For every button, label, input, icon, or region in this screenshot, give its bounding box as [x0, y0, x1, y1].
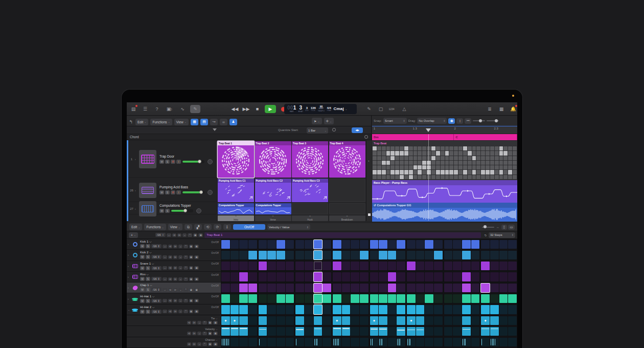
row-up-icon[interactable]: ⌃: [183, 299, 188, 302]
step-cell[interactable]: [351, 240, 359, 249]
step-cell[interactable]: [295, 272, 304, 281]
scene-trigger-intro[interactable]: ⌃Intro: [218, 215, 254, 221]
step-cell[interactable]: [323, 305, 331, 314]
forward-button[interactable]: ▶▶: [242, 105, 250, 113]
row-disclosure-icon[interactable]: ›: [128, 253, 131, 256]
row-step-b-icon[interactable]: ▣: [194, 266, 199, 270]
drag-select[interactable]: No Overlap⇕: [417, 118, 447, 124]
pan-knob[interactable]: [208, 159, 213, 164]
row-rate-select[interactable]: /16 ⇕: [151, 310, 162, 314]
step-cell[interactable]: [508, 305, 517, 314]
arrange-chord-strip[interactable]: DmC: [372, 134, 517, 140]
steps-count-select[interactable]: 32 Steps⇕: [489, 232, 515, 238]
step-cell[interactable]: [221, 251, 230, 259]
step-cell[interactable]: [508, 294, 517, 303]
step-cell[interactable]: [267, 272, 276, 281]
stop-button[interactable]: ■: [254, 105, 261, 113]
step-cell[interactable]: [314, 284, 323, 292]
solo-button[interactable]: S: [165, 160, 170, 164]
row-step-a-icon[interactable]: ▣: [189, 255, 194, 259]
step-cell[interactable]: [277, 240, 285, 249]
row-step-a-icon[interactable]: ▣: [189, 266, 194, 270]
grid-divider-column[interactable]: ◔: [366, 140, 372, 221]
step-cell[interactable]: [462, 262, 471, 270]
pan-knob[interactable]: [196, 208, 201, 213]
step-cell[interactable]: [416, 338, 425, 346]
step-cell[interactable]: [379, 262, 387, 270]
step-cell[interactable]: [462, 284, 471, 292]
row-solo-button[interactable]: S: [146, 288, 150, 292]
step-cell[interactable]: [231, 294, 239, 303]
row-rotate-right-icon[interactable]: ⊳: [173, 245, 177, 248]
catch-playhead-button[interactable]: ◉: [448, 118, 455, 124]
step-cell[interactable]: [248, 284, 257, 292]
subrow-step-b-icon[interactable]: ▣: [213, 342, 218, 346]
step-cell[interactable]: [397, 338, 405, 346]
row-rotate-left-icon[interactable]: ⊲: [168, 277, 172, 281]
list-edit-icon[interactable]: ≣: [486, 105, 494, 113]
volume-slider[interactable]: [182, 191, 204, 194]
step-cell[interactable]: [342, 316, 351, 325]
step-cell[interactable]: [360, 284, 369, 292]
step-cell[interactable]: [342, 272, 351, 281]
step-cell[interactable]: [481, 240, 490, 249]
step-cell[interactable]: [453, 251, 462, 259]
row-disclosure-icon[interactable]: ›: [128, 265, 131, 268]
step-cell[interactable]: [508, 272, 517, 281]
subrow-step-a-icon[interactable]: ▣: [208, 321, 213, 324]
input-monitor-button[interactable]: I: [176, 160, 181, 164]
step-cell[interactable]: [397, 262, 405, 270]
step-cell[interactable]: [314, 262, 323, 270]
step-cell[interactable]: [323, 262, 331, 270]
row-rate-select[interactable]: /16 ⇕: [151, 244, 162, 248]
step-cell[interactable]: [434, 305, 443, 314]
row-disclosure-icon[interactable]: ›: [128, 286, 131, 289]
row-direction-icon[interactable]: →: [163, 255, 167, 259]
step-cell[interactable]: [267, 338, 276, 346]
step-cell[interactable]: [407, 327, 416, 336]
loop-cell-bass-1[interactable]: Pumping Acid Bass C1: [218, 179, 254, 202]
step-cell[interactable]: [379, 251, 387, 259]
record-enable-button[interactable]: R: [171, 160, 175, 164]
row-step-b-icon[interactable]: ▣: [194, 245, 199, 248]
step-cell[interactable]: [267, 262, 276, 270]
step-cell[interactable]: [314, 272, 323, 281]
step-cell[interactable]: [444, 240, 453, 249]
row-header-kick-1[interactable]: ›Kick 1 ⌵On/OffMS/16 ⇕→⊲⊳⌄⌃▣▣: [127, 239, 221, 249]
step-cell[interactable]: [434, 284, 443, 292]
step-cell[interactable]: [425, 316, 433, 325]
step-cell[interactable]: [425, 272, 433, 281]
track-disclosure-icon[interactable]: ›: [135, 207, 139, 210]
mute-button[interactable]: M: [159, 209, 164, 213]
step-cell[interactable]: [314, 327, 323, 336]
step-cell[interactable]: [286, 327, 294, 336]
step-cell[interactable]: [333, 262, 341, 270]
loop-cell-topper-2[interactable]: Computations Topper: [255, 203, 291, 214]
row-mute-button[interactable]: M: [140, 288, 145, 292]
row-mute-button[interactable]: M: [140, 244, 145, 248]
step-cell[interactable]: [351, 294, 359, 303]
step-cell[interactable]: [351, 327, 359, 336]
step-cell[interactable]: [444, 251, 453, 259]
step-cell[interactable]: [314, 338, 323, 346]
step-cell[interactable]: [305, 284, 313, 292]
browser-icon[interactable]: ▦: [497, 105, 505, 113]
step-cell[interactable]: [370, 338, 379, 346]
step-cell[interactable]: [342, 327, 351, 336]
step-cell[interactable]: [434, 272, 443, 281]
row-down-icon[interactable]: ⌄: [178, 266, 182, 270]
step-cell[interactable]: [231, 338, 239, 346]
step-cell[interactable]: [248, 338, 257, 346]
step-cell[interactable]: [277, 294, 285, 303]
track-header-pumping-acid-bass[interactable]: 26›Pumping Acid BassMSRI: [128, 179, 217, 202]
subrow-header-tie[interactable]: Tie ⌵⊲⊳⌄⌃▣▣: [127, 315, 221, 325]
row-direction-icon[interactable]: →: [163, 266, 167, 270]
row-step-b-icon[interactable]: ▣: [194, 277, 199, 281]
step-cell[interactable]: [259, 294, 267, 303]
loop-cell-empty[interactable]: [329, 203, 365, 214]
step-cell[interactable]: [444, 327, 453, 336]
pattern-direction-icon[interactable]: →: [167, 233, 171, 237]
row-down-icon[interactable]: ⌄: [178, 255, 182, 259]
step-cell[interactable]: [397, 327, 405, 336]
step-cell[interactable]: [481, 327, 490, 336]
